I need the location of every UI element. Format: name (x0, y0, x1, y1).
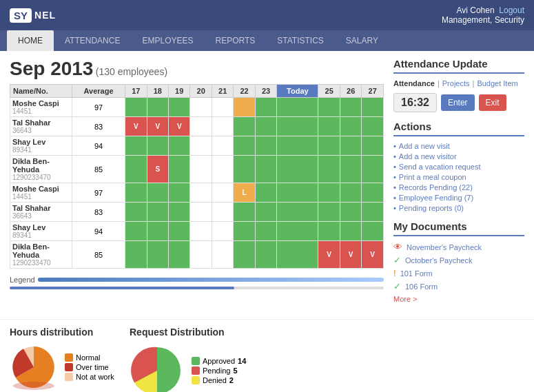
col-17: 17 (125, 85, 147, 98)
day-cell: V (318, 241, 340, 269)
req-denied-label: Denied (203, 376, 227, 384)
day-cell (125, 222, 147, 241)
scrollbar[interactable] (10, 287, 384, 289)
logo-nel: NEL (34, 10, 56, 21)
doc-icon-exclaim: ! (393, 268, 396, 278)
day-cell (340, 203, 361, 222)
day-cell (340, 136, 361, 156)
col-name: Name/No. (10, 85, 72, 98)
user-info: Avi Cohen Logout Management, Security (442, 6, 524, 25)
day-cell (212, 222, 233, 241)
left-panel: Sep 2013 (130 employees) Name/No. Averag… (10, 58, 384, 312)
nav-salary[interactable]: SALARY (335, 30, 389, 51)
nav-home[interactable]: HOME (7, 30, 54, 51)
tab-projects[interactable]: Projects (442, 79, 470, 87)
req-pending-label: Pending (203, 367, 230, 375)
day-cell (277, 98, 318, 117)
doc-icon-eye: 👁 (393, 242, 402, 252)
action-bullet: • (393, 183, 396, 192)
logout-link[interactable]: Logout (499, 6, 524, 15)
tab-attendance[interactable]: Attendance (393, 79, 435, 87)
nav-employees[interactable]: EMPLOYEES (131, 30, 204, 51)
emp-avg: 94 (72, 222, 125, 241)
action-link[interactable]: Add a new visit (399, 142, 450, 150)
emp-avg: 97 (72, 183, 125, 203)
attendance-table: Name/No. Average 17 18 19 20 21 22 23 To… (10, 84, 384, 269)
day-cell (362, 98, 384, 117)
doc-link[interactable]: October's Paycheck (405, 256, 472, 265)
more-link[interactable]: More > (393, 295, 418, 303)
employee-count: (130 employees) (96, 66, 167, 77)
action-item[interactable]: •Records Pending (22) (393, 183, 524, 192)
table-row: Dikla Ben-Yehuda129023347085VVV (10, 241, 384, 269)
legend-notatwork-dot (65, 373, 73, 381)
action-item[interactable]: •Add a new visitor (393, 152, 524, 161)
emp-name-cell: Tal Shahar36643 (10, 117, 72, 136)
exit-button[interactable]: Exit (479, 94, 506, 111)
tab-budget-item[interactable]: Budget Item (477, 79, 517, 87)
day-cell (255, 98, 276, 117)
doc-link[interactable]: 101 Form (400, 269, 433, 278)
day-cell (255, 183, 276, 203)
doc-link[interactable]: 106 Form (405, 282, 438, 291)
day-cell (318, 117, 340, 136)
day-cell (255, 136, 276, 156)
day-cell (255, 156, 276, 183)
action-link[interactable]: Employee Fending (7) (399, 194, 473, 202)
nav-attendance[interactable]: ATTENDANCE (54, 30, 131, 51)
action-link[interactable]: Pending reports (0) (399, 204, 464, 212)
hours-dist: Hours distribution Normal Over time (10, 327, 120, 392)
tab-sep-1: | (438, 79, 440, 87)
doc-item: ✓October's Paycheck (393, 255, 524, 265)
enter-button[interactable]: Enter (441, 94, 475, 111)
legend-row: Legend (10, 276, 384, 284)
request-dist: Request Distribution Approved 14 Pending… (130, 327, 281, 392)
action-item[interactable]: •Send a vacation request (393, 163, 524, 171)
action-item[interactable]: •Add a new visit (393, 142, 524, 150)
svg-point-1 (13, 382, 54, 390)
actions-list: •Add a new visit•Add a new visitor•Send … (393, 142, 524, 212)
day-cell (168, 203, 189, 222)
table-row: Moshe Caspi1445197L (10, 183, 384, 203)
day-cell (255, 222, 276, 241)
day-cell: L (234, 183, 255, 203)
day-cell (147, 136, 168, 156)
action-item[interactable]: •Print a meal coupon (393, 173, 524, 181)
day-cell (255, 203, 276, 222)
nav-bar: HOME ATTENDANCE EMPLOYEES REPORTS STATIS… (0, 30, 534, 51)
table-row: Shay Lev8934194 (10, 136, 384, 156)
doc-link[interactable]: November's Paycheck (407, 243, 482, 251)
day-cell (125, 203, 147, 222)
day-cell (277, 136, 318, 156)
req-denied: Denied 2 (192, 376, 246, 384)
day-cell: V (362, 241, 384, 269)
attendance-update-title: Attendance Update (393, 58, 524, 74)
day-cell (234, 98, 255, 117)
emp-name-cell: Moshe Caspi14451 (10, 98, 72, 117)
day-cell (340, 183, 361, 203)
action-link[interactable]: Send a vacation request (399, 163, 481, 171)
action-link[interactable]: Print a meal coupon (399, 173, 466, 181)
day-cell (168, 241, 189, 269)
hours-dist-title: Hours distribution (10, 327, 120, 338)
day-cell: V (168, 117, 189, 136)
action-link[interactable]: Add a new visitor (399, 152, 457, 161)
nav-reports[interactable]: REPORTS (204, 30, 266, 51)
month-title: Sep 2013 (10, 58, 93, 79)
day-cell (190, 98, 212, 117)
action-item[interactable]: •Employee Fending (7) (393, 194, 524, 202)
time-row: 16:32 Enter Exit (393, 93, 524, 112)
nav-statistics[interactable]: STATISTICS (266, 30, 335, 51)
day-cell (255, 241, 276, 269)
day-cell (362, 183, 384, 203)
day-cell (212, 98, 233, 117)
day-cell (125, 156, 147, 183)
action-item[interactable]: •Pending reports (0) (393, 204, 524, 212)
day-cell (234, 117, 255, 136)
logo: SY NEL (10, 8, 56, 23)
action-link[interactable]: Records Pending (22) (399, 183, 473, 192)
legend-label: Legend (10, 276, 35, 284)
day-cell (277, 203, 318, 222)
hours-legend: Normal Over time Not at work (65, 352, 114, 382)
my-docs-section: My Documents 👁November's Paycheck✓Octobe… (393, 220, 524, 304)
